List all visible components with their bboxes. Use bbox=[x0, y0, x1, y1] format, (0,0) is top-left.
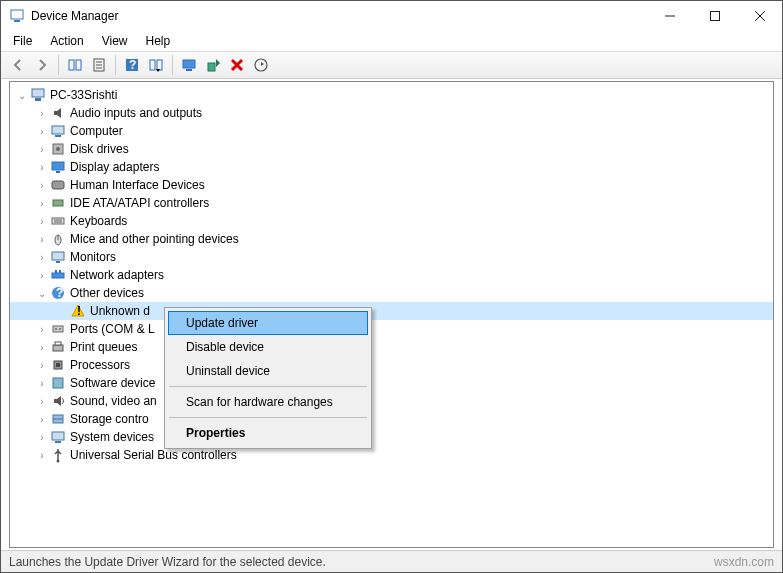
chevron-down-icon[interactable]: ⌄ bbox=[36, 287, 48, 299]
chevron-down-icon[interactable]: ⌄ bbox=[16, 89, 28, 101]
tree-category[interactable]: ›Processors bbox=[10, 356, 773, 374]
svg-text:?: ? bbox=[129, 58, 136, 72]
back-button[interactable] bbox=[7, 54, 29, 76]
tree-category[interactable]: ›Disk drives bbox=[10, 140, 773, 158]
tree-category[interactable]: ›Software device bbox=[10, 374, 773, 392]
svg-point-44 bbox=[55, 328, 57, 330]
tree-category[interactable]: ›IDE ATA/ATAPI controllers bbox=[10, 194, 773, 212]
tree-category[interactable]: ›Computer bbox=[10, 122, 773, 140]
chevron-right-icon[interactable]: › bbox=[36, 431, 48, 443]
maximize-button[interactable] bbox=[692, 1, 737, 31]
chevron-right-icon[interactable]: › bbox=[36, 323, 48, 335]
tree-item-label: Network adapters bbox=[70, 268, 164, 282]
tree-item-label: Mice and other pointing devices bbox=[70, 232, 239, 246]
tree-root[interactable]: ⌄ PC-33Srishti bbox=[10, 86, 773, 104]
context-uninstall-device[interactable]: Uninstall device bbox=[168, 359, 368, 383]
tree-category[interactable]: ›Audio inputs and outputs bbox=[10, 104, 773, 122]
menu-view[interactable]: View bbox=[94, 32, 136, 50]
tree-category[interactable]: ›Ports (COM & L bbox=[10, 320, 773, 338]
context-update-driver[interactable]: Update driver bbox=[168, 311, 368, 335]
chevron-right-icon[interactable]: › bbox=[36, 251, 48, 263]
tree-category[interactable]: ›Mice and other pointing devices bbox=[10, 230, 773, 248]
context-separator bbox=[169, 386, 367, 387]
chevron-right-icon[interactable]: › bbox=[36, 161, 48, 173]
chevron-right-icon[interactable]: › bbox=[36, 179, 48, 191]
tree-category[interactable]: ›Print queues bbox=[10, 338, 773, 356]
chevron-right-icon[interactable]: › bbox=[36, 269, 48, 281]
chevron-right-icon[interactable]: › bbox=[36, 233, 48, 245]
context-disable-device[interactable]: Disable device bbox=[168, 335, 368, 359]
svg-rect-47 bbox=[55, 342, 61, 345]
scan-hardware-button[interactable] bbox=[178, 54, 200, 76]
chevron-right-icon[interactable]: › bbox=[36, 125, 48, 137]
hid-icon bbox=[50, 177, 66, 193]
menu-file[interactable]: File bbox=[5, 32, 40, 50]
forward-button[interactable] bbox=[31, 54, 53, 76]
tree-item-label: Storage contro bbox=[70, 412, 149, 426]
chevron-right-icon[interactable]: › bbox=[36, 395, 48, 407]
svg-rect-7 bbox=[76, 60, 81, 70]
tree-category[interactable]: ›Keyboards bbox=[10, 212, 773, 230]
software-icon bbox=[50, 375, 66, 391]
update-driver-button[interactable] bbox=[202, 54, 224, 76]
tree-category[interactable]: ›System devices bbox=[10, 428, 773, 446]
show-hide-tree-button[interactable] bbox=[64, 54, 86, 76]
tree-item-label: Display adapters bbox=[70, 160, 159, 174]
tree-category[interactable]: ›Network adapters bbox=[10, 266, 773, 284]
menu-help[interactable]: Help bbox=[138, 32, 179, 50]
svg-rect-20 bbox=[32, 89, 44, 97]
enable-button[interactable] bbox=[250, 54, 272, 76]
chevron-right-icon[interactable]: › bbox=[36, 341, 48, 353]
tree-item-label: Other devices bbox=[70, 286, 144, 300]
svg-rect-28 bbox=[52, 181, 64, 189]
context-scan-hardware[interactable]: Scan for hardware changes bbox=[168, 390, 368, 414]
svg-rect-50 bbox=[53, 378, 63, 388]
chevron-right-icon[interactable]: › bbox=[36, 143, 48, 155]
tree-category[interactable]: ›Storage contro bbox=[10, 410, 773, 428]
menu-action[interactable]: Action bbox=[42, 32, 91, 50]
action-button[interactable] bbox=[145, 54, 167, 76]
tree-category[interactable]: ›Sound, video an bbox=[10, 392, 773, 410]
tree-item-label: Disk drives bbox=[70, 142, 129, 156]
chevron-right-icon[interactable] bbox=[56, 305, 68, 317]
tree-item-label: Computer bbox=[70, 124, 123, 138]
svg-text:?: ? bbox=[56, 286, 63, 300]
tree-category[interactable]: ⌄?Other devices bbox=[10, 284, 773, 302]
svg-rect-23 bbox=[55, 135, 61, 137]
chevron-right-icon[interactable]: › bbox=[36, 215, 48, 227]
svg-rect-43 bbox=[53, 326, 63, 332]
context-properties[interactable]: Properties bbox=[168, 421, 368, 445]
tree-category[interactable]: ›Human Interface Devices bbox=[10, 176, 773, 194]
chevron-right-icon[interactable]: › bbox=[36, 413, 48, 425]
port-icon bbox=[50, 321, 66, 337]
uninstall-button[interactable] bbox=[226, 54, 248, 76]
svg-rect-38 bbox=[55, 270, 57, 273]
device-tree[interactable]: ⌄ PC-33Srishti ›Audio inputs and outputs… bbox=[9, 81, 774, 548]
chevron-right-icon[interactable]: › bbox=[36, 449, 48, 461]
svg-rect-18 bbox=[208, 63, 215, 71]
storage-icon bbox=[50, 411, 66, 427]
tree-category[interactable]: ›Monitors bbox=[10, 248, 773, 266]
tree-category[interactable]: ›Universal Serial Bus controllers bbox=[10, 446, 773, 464]
svg-rect-36 bbox=[56, 261, 60, 263]
tree-item-label: Print queues bbox=[70, 340, 137, 354]
chevron-right-icon[interactable]: › bbox=[36, 107, 48, 119]
mouse-icon bbox=[50, 231, 66, 247]
svg-rect-37 bbox=[52, 273, 64, 278]
chevron-right-icon[interactable]: › bbox=[36, 377, 48, 389]
svg-rect-35 bbox=[52, 252, 64, 260]
tree-category[interactable]: ›Display adapters bbox=[10, 158, 773, 176]
properties-button[interactable] bbox=[88, 54, 110, 76]
svg-rect-6 bbox=[69, 60, 74, 70]
tree-item-label: IDE ATA/ATAPI controllers bbox=[70, 196, 209, 210]
chevron-right-icon[interactable]: › bbox=[36, 359, 48, 371]
tree-item-label: Unknown d bbox=[90, 304, 150, 318]
tree-item-label: Audio inputs and outputs bbox=[70, 106, 202, 120]
tree-leaf[interactable]: !Unknown d bbox=[10, 302, 773, 320]
close-button[interactable] bbox=[737, 1, 782, 31]
system-icon bbox=[50, 429, 66, 445]
chevron-right-icon[interactable]: › bbox=[36, 197, 48, 209]
minimize-button[interactable] bbox=[647, 1, 692, 31]
sound-icon bbox=[50, 393, 66, 409]
help-button[interactable]: ? bbox=[121, 54, 143, 76]
